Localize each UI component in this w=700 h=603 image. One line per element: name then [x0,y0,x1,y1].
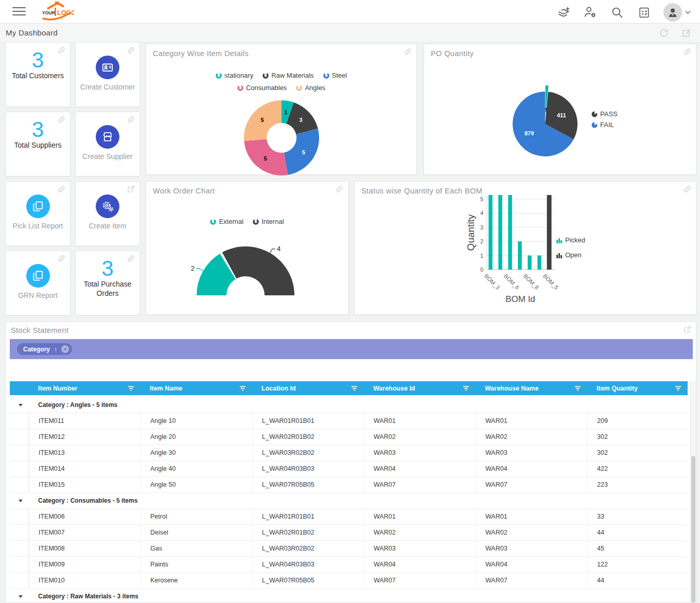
row-gutter [10,557,29,572]
external-link-icon[interactable] [127,185,135,193]
vertical-scrollbar[interactable] [690,381,696,602]
company-logo[interactable]: YOUR LOGO [40,2,74,24]
table-cell: L_WAR02R01B02 [252,525,364,540]
filter-icon[interactable] [574,386,581,391]
table-cell: WAR01 [364,413,476,429]
bar-picked[interactable] [498,195,502,270]
semi-donut-slice-Internal[interactable] [222,246,294,295]
tile-total-purchase-orders[interactable]: 3 Total Purchase Orders [75,251,140,315]
table-row[interactable]: ITEM009PaintsL_WAR04R03B03WAR04WAR04122 [10,557,688,573]
row-gutter [10,461,29,476]
bar-picked[interactable] [528,256,532,270]
tile-create-supplier[interactable]: Create Supplier [75,112,140,176]
user-menu[interactable] [663,3,691,22]
table-cell: ITEM006 [29,509,141,524]
column-header-warehouse-id[interactable]: Warehouse Id [364,381,476,395]
table-row[interactable]: ITEM015Angle 50L_WAR07R05B05WAR07WAR0722… [10,477,688,493]
bar-picked[interactable] [518,241,522,270]
column-header-item-quantity[interactable]: Item Quantity [587,381,688,395]
row-gutter [10,509,29,524]
task-checklist-icon[interactable] [637,5,651,20]
link-icon[interactable] [127,46,135,54]
table-row[interactable]: ITEM011Angle 10L_WAR01R01B01WAR01WAR0120… [10,413,688,429]
slice-value-label: 879 [524,130,534,136]
tile-create-customer[interactable]: Create Customer [75,42,140,107]
filter-icon[interactable] [463,386,469,391]
chip-close-icon[interactable]: ✕ [61,345,69,353]
table-row[interactable]: ITEM014Angle 40L_WAR04R03B03WAR04WAR0442… [10,461,688,477]
collapse-triangle-icon[interactable] [19,500,23,502]
table-cell: WAR03 [364,541,476,556]
expand-icon[interactable] [684,326,691,333]
group-by-bar: Category ↑ ✕ [10,339,693,359]
table-cell: 209 [587,413,688,429]
table-cell: 122 [587,557,688,572]
gears-icon[interactable] [96,194,119,218]
scrollbar-thumb[interactable] [691,456,695,602]
filter-icon[interactable] [351,386,358,391]
column-header-item-number[interactable]: Item Number [29,381,141,395]
filter-icon[interactable] [128,386,134,391]
user-settings-icon[interactable] [583,5,598,20]
layers-add-icon[interactable] [556,5,571,20]
table-row[interactable]: ITEM012Angle 20L_WAR02R01B02WAR02WAR0230… [10,429,688,445]
bar-open[interactable] [547,195,552,270]
link-icon[interactable] [127,116,135,123]
x-tick-label: BOM_8 [522,273,540,291]
table-row[interactable]: ITEM008GasL_WAR03R02B02WAR03WAR0345 [10,541,688,557]
table-cell: WAR01 [476,509,587,524]
storefront-icon[interactable] [96,125,119,149]
x-tick-label: BOM_6 [503,273,521,291]
collapse-triangle-icon[interactable] [19,404,23,406]
bar-picked[interactable] [488,195,493,270]
avatar[interactable] [663,3,682,22]
semi-donut-chart[interactable]: 24 [146,182,349,315]
sort-asc-icon[interactable]: ↑ [54,346,57,353]
dashboard-header: My Dashboard [0,24,700,43]
column-header-warehouse-name[interactable]: Warehouse Name [476,381,587,395]
column-header-item-name[interactable]: Item Name [141,381,252,395]
edit-icon[interactable] [681,28,692,40]
bar-picked[interactable] [537,256,541,270]
refresh-icon[interactable] [659,28,669,40]
tile-total-customers[interactable]: 3 Total Customers [5,42,71,107]
table-cell: WAR07 [364,477,476,492]
group-header-row[interactable]: Category : Consumables - 5 items [10,493,688,509]
tile-create-item[interactable]: Create Item [75,181,140,246]
tile-grn-report[interactable]: GRN Report [5,251,71,315]
link-icon[interactable] [58,46,65,54]
table-row[interactable]: ITEM013Angle 30L_WAR03R02B02WAR03WAR0330… [10,445,688,461]
collapse-triangle-icon[interactable] [19,595,23,598]
link-icon[interactable] [58,185,65,193]
table-row[interactable]: ITEM010KeroseneL_WAR07R05B05WAR07WAR0744 [10,573,688,589]
row-gutter [10,413,29,429]
group-header-row[interactable]: Category : Raw Materials - 3 items [10,589,688,603]
link-icon[interactable] [127,255,135,262]
table-cell: WAR03 [364,445,476,460]
tile-total-suppliers[interactable]: 3 Total Suppliers [5,112,71,176]
group-header-row[interactable]: Category : Angles - 5 items [10,397,688,413]
bar-chart[interactable]: 012345BOM_3BOM_6BOM_8BOM_5QuantityBOM Id [355,182,697,315]
table-cell: ITEM015 [29,477,141,492]
search-icon[interactable] [610,5,624,20]
bar-picked[interactable] [508,195,512,270]
menu-icon[interactable] [12,7,26,18]
filter-icon[interactable] [239,386,246,391]
documents-icon[interactable] [26,194,50,218]
donut-chart[interactable]: 13555 [146,44,417,175]
svg-text:YOUR: YOUR [42,10,55,15]
link-icon[interactable] [58,255,65,262]
link-icon[interactable] [58,116,65,123]
column-header-location-id[interactable]: Location Id [252,381,364,395]
filter-icon[interactable] [675,386,681,391]
stat-label: Total Customers [6,72,70,81]
chevron-down-icon[interactable] [685,10,691,14]
tile-pick-list-report[interactable]: Pick List Report [5,181,71,246]
group-chip-category[interactable]: Category ↑ ✕ [17,343,72,355]
pie-chart[interactable]: 20411879 [424,44,697,175]
documents-icon[interactable] [26,264,50,288]
id-card-icon[interactable] [96,56,119,79]
row-gutter [10,573,29,588]
table-row[interactable]: ITEM007DeiselL_WAR02R01B02WAR02WAR0244 [10,525,688,541]
table-row[interactable]: ITEM006PetrolL_WAR01R01B01WAR01WAR0133 [10,509,688,525]
